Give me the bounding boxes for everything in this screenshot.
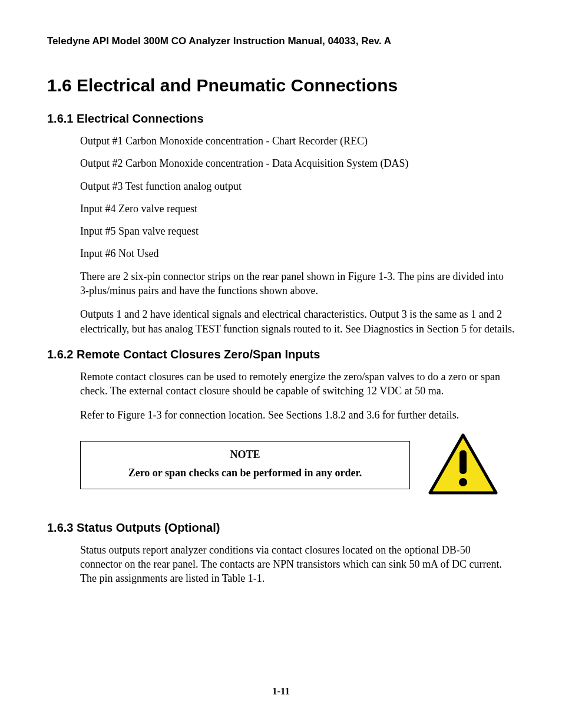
io-line: Input #5 Span valve request <box>80 224 515 238</box>
svg-rect-1 <box>459 450 467 474</box>
note-body: Zero or span checks can be performed in … <box>92 467 398 479</box>
io-line: Output #3 Test function analog output <box>80 179 515 193</box>
subsection-body-1: Output #1 Carbon Monoxide concentration … <box>80 134 515 336</box>
subsection-title-1: 1.6.1 Electrical Connections <box>47 112 515 126</box>
subsection-title-2: 1.6.2 Remote Contact Closures Zero/Span … <box>47 348 515 361</box>
document-page: Teledyne API Model 300M CO Analyzer Inst… <box>0 0 562 728</box>
subsection-body-2: Remote contact closures can be used to r… <box>80 370 515 498</box>
io-line: Input #6 Not Used <box>80 246 515 261</box>
warning-triangle-icon <box>428 433 498 498</box>
svg-point-2 <box>459 478 467 486</box>
note-row: NOTE Zero or span checks can be performe… <box>80 433 515 498</box>
subsection-title-3: 1.6.3 Status Outputs (Optional) <box>47 521 515 535</box>
paragraph: Remote contact closures can be used to r… <box>80 370 515 398</box>
paragraph: Refer to Figure 1-3 for connection locat… <box>80 408 515 422</box>
paragraph: Outputs 1 and 2 have identical signals a… <box>80 307 515 336</box>
note-title: NOTE <box>92 449 398 461</box>
paragraph: There are 2 six-pin connector strips on … <box>80 269 515 298</box>
io-line: Input #4 Zero valve request <box>80 202 515 216</box>
io-line: Output #2 Carbon Monoxide concentration … <box>80 156 515 170</box>
section-title: 1.6 Electrical and Pneumatic Connections <box>47 75 515 95</box>
note-box: NOTE Zero or span checks can be performe… <box>80 441 410 489</box>
document-header: Teledyne API Model 300M CO Analyzer Inst… <box>47 35 515 47</box>
page-number: 1-11 <box>0 686 562 697</box>
paragraph: Status outputs report analyzer condition… <box>80 543 515 586</box>
subsection-body-3: Status outputs report analyzer condition… <box>80 543 515 586</box>
io-line: Output #1 Carbon Monoxide concentration … <box>80 134 515 148</box>
